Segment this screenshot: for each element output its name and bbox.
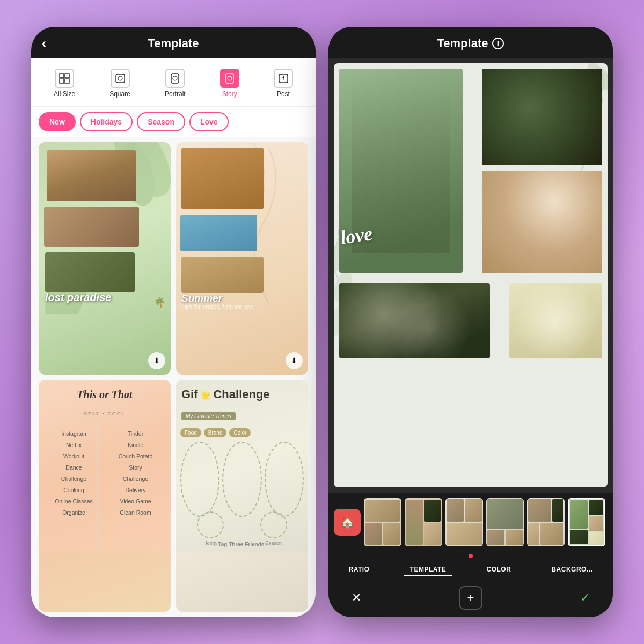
svg-point-9 [228, 76, 232, 80]
tab-story-label: Story [222, 90, 237, 98]
collage-canvas: love [334, 63, 608, 487]
toolbar-color[interactable]: COLOR [480, 564, 517, 576]
card-3-content: This or That STAY • COOL Instagram Netfl… [39, 380, 171, 552]
confirm-button[interactable]: ✓ [573, 586, 597, 610]
all-size-icon [55, 69, 74, 88]
toolbar-ratio[interactable]: RATIO [342, 564, 376, 576]
tab-all-size-label: All Size [54, 90, 75, 98]
cat-love[interactable]: Love [189, 112, 229, 131]
thumbnail-2[interactable] [405, 498, 442, 546]
tab-post[interactable]: f Post [268, 65, 298, 101]
left-header: ‹ Template [31, 27, 316, 58]
grid-right: Tinder Kindle Couch Potato Story Challen… [106, 428, 165, 546]
photo-top-right [482, 69, 602, 165]
photo-mid-right [482, 171, 602, 273]
thumbnail-5[interactable] [527, 498, 565, 546]
svg-rect-6 [171, 74, 179, 83]
templates-grid: lost paradise 🌴 ⬇ Summer [31, 137, 316, 617]
template-card-4[interactable]: Gif 🌟 Challenge My Favorite Things Food … [176, 380, 308, 612]
svg-rect-1 [65, 74, 69, 78]
size-tabs: All Size Square Portrait Story [31, 58, 316, 107]
card4-title: Gif 🌟 Challenge [181, 387, 303, 401]
right-header: Template i [328, 27, 613, 58]
svg-text:f: f [282, 76, 284, 82]
svg-rect-0 [60, 74, 64, 78]
thumbnails-strip: 🏠 [328, 493, 613, 552]
right-title: Template [437, 36, 488, 50]
photo-bottom-right [509, 283, 602, 358]
cat-season[interactable]: Season [137, 112, 185, 131]
grid-left: Instagram Netflix Workout Dance Challeng… [44, 428, 104, 546]
cat-new[interactable]: New [39, 112, 76, 131]
thumbnail-4[interactable] [486, 498, 524, 546]
bottom-actions: ✕ + ✓ [328, 581, 613, 617]
tab-square[interactable]: Square [104, 65, 136, 101]
tab-all-size[interactable]: All Size [48, 65, 80, 101]
thumbnail-1[interactable] [364, 498, 401, 546]
cancel-button[interactable]: ✕ [345, 586, 368, 610]
card4-subtitle: My Favorite Things [181, 412, 236, 420]
left-title: Template [148, 36, 199, 50]
card3-title: This or That [39, 389, 171, 401]
card3-grid: Instagram Netflix Workout Dance Challeng… [44, 428, 165, 546]
tab-post-label: Post [277, 90, 290, 98]
tab-portrait-label: Portrait [165, 90, 186, 98]
card2-label: Summer [181, 292, 222, 304]
home-button[interactable]: 🏠 [334, 509, 361, 536]
card4-circles-top [180, 442, 304, 517]
tab-story[interactable]: Story [215, 65, 245, 101]
thumbnail-6[interactable] [568, 498, 605, 546]
square-icon [111, 69, 130, 88]
info-icon[interactable]: i [492, 38, 504, 49]
svg-rect-8 [226, 74, 233, 83]
card4-circles-bot: Hobby Season [180, 511, 304, 538]
left-phone: ‹ Template All Size Square Portr [31, 27, 316, 617]
card1-label: lost paradise [45, 291, 111, 303]
svg-rect-4 [116, 74, 125, 83]
tab-square-label: Square [109, 90, 130, 98]
photo-bottom-left [339, 283, 490, 358]
post-icon: f [274, 69, 293, 88]
card-2-content: Summer I am the season, I am the new [176, 142, 308, 314]
cat-holidays[interactable]: Holidays [80, 112, 133, 131]
dot-indicator-container [328, 552, 613, 560]
back-button[interactable]: ‹ [42, 36, 46, 51]
card1-download[interactable]: ⬇ [148, 352, 165, 369]
svg-point-5 [118, 76, 122, 80]
thumbnail-3[interactable] [445, 498, 483, 546]
canvas-area: love [328, 58, 613, 493]
left-phone-inner: ‹ Template All Size Square Portr [31, 27, 316, 617]
collage-label: love [339, 222, 374, 249]
card3-subtitle: STAY • COOL [39, 411, 171, 416]
svg-rect-3 [65, 79, 69, 83]
svg-rect-2 [60, 79, 64, 83]
svg-point-7 [173, 76, 177, 80]
template-card-1[interactable]: lost paradise 🌴 ⬇ [39, 142, 171, 375]
tab-portrait[interactable]: Portrait [159, 65, 191, 101]
card3-divider [65, 421, 144, 421]
card4-tags: Food Brand Color [180, 428, 304, 437]
card2-download[interactable]: ⬇ [286, 352, 303, 369]
toolbar-template[interactable]: TEMPLATE [404, 564, 453, 576]
add-button[interactable]: + [459, 586, 482, 610]
card4-footer: Tag Three Friends: [176, 541, 308, 547]
category-tabs: New Holidays Season Love [31, 107, 316, 137]
portrait-icon [165, 69, 185, 88]
card-4-content: Gif 🌟 Challenge My Favorite Things Food … [176, 380, 308, 552]
toolbar-background[interactable]: BACKGRO... [545, 564, 599, 576]
template-card-2[interactable]: Summer I am the season, I am the new ⬇ [176, 142, 308, 375]
story-icon [220, 69, 239, 88]
bottom-toolbar: RATIO TEMPLATE COLOR BACKGRO... [328, 560, 613, 581]
right-phone: Template i [328, 27, 613, 617]
dot-indicator [469, 554, 473, 558]
template-card-3[interactable]: This or That STAY • COOL Instagram Netfl… [39, 380, 171, 612]
card-1-content: lost paradise 🌴 [39, 142, 171, 314]
